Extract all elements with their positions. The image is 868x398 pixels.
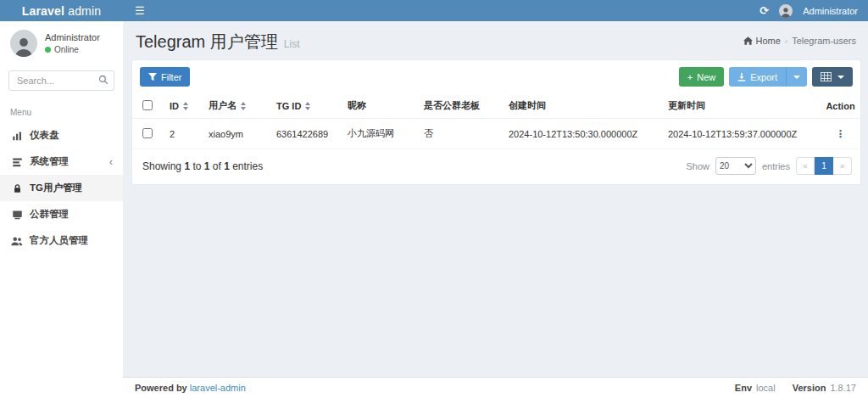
lock-icon [11, 183, 23, 193]
breadcrumb-current: Telegram-users [792, 36, 856, 46]
caret-down-icon [793, 76, 800, 79]
sidebar-toggle-icon[interactable]: ☰ [123, 0, 157, 21]
filter-button[interactable]: Filter [140, 67, 190, 87]
cell-id: 2 [164, 119, 203, 149]
row-checkbox[interactable] [142, 128, 153, 138]
pagination-next[interactable]: » [833, 157, 852, 175]
toolbar-right: + New Export [679, 67, 853, 87]
users-icon [11, 236, 23, 246]
env-value: local [756, 383, 776, 393]
new-button-label: New [697, 72, 715, 82]
footer-right: Env local Version 1.8.17 [735, 383, 856, 393]
row-actions-menu-icon[interactable]: ⋮ [836, 128, 846, 140]
table-header-row: ID 用户名 TG ID 昵称 是否公群老板 创建时间 更新时间 Action [132, 93, 860, 119]
env-label: Env [735, 383, 752, 393]
user-avatar[interactable] [779, 4, 793, 18]
sidebar-menu: 仪表盘 系统管理 ‹ TG用户管理 [0, 122, 123, 254]
column-header-action: Action [821, 93, 860, 119]
online-status-dot [45, 47, 51, 53]
export-button-label: Export [750, 72, 777, 82]
refresh-icon[interactable]: ⟳ [760, 4, 769, 17]
column-header-id: ID [170, 101, 179, 111]
sort-icon[interactable] [241, 102, 246, 110]
breadcrumb-separator: › [785, 36, 787, 46]
person-icon [780, 6, 792, 18]
sidebar-item-label: 公群管理 [30, 208, 69, 221]
cell-nickname: 小九源码网 [342, 119, 419, 149]
pagination: « 1 » [796, 157, 852, 175]
menu-header: Menu [0, 99, 123, 122]
pagination-prev[interactable]: « [796, 157, 815, 175]
cell-tgid: 6361422689 [271, 119, 342, 149]
version-label: Version [793, 383, 826, 393]
showing-entries-text: Showing 1 to 1 of 1 entries [142, 160, 263, 172]
chevron-left-icon: ‹ [109, 156, 114, 168]
page-footer: Powered by laravel-admin Env local Versi… [123, 377, 868, 398]
new-button[interactable]: + New [679, 67, 724, 87]
logo-bold: Laravel [22, 4, 64, 18]
version-value: 1.8.17 [830, 383, 856, 393]
sort-icon[interactable] [305, 102, 310, 110]
sidebar-user-meta: Administrator Online [45, 32, 100, 54]
home-icon [743, 36, 753, 45]
tasks-icon [11, 157, 23, 167]
page-title: Telegram 用户管理 [136, 32, 278, 51]
top-navbar: Laraveladmin ☰ ⟳ Administrator [0, 0, 868, 21]
per-page-select[interactable]: 20 [715, 157, 756, 175]
powered-by: Powered by laravel-admin [135, 383, 246, 393]
content-spacer [123, 185, 868, 377]
pagination-page-1[interactable]: 1 [815, 157, 833, 175]
sidebar-user-name: Administrator [45, 32, 100, 42]
sidebar-item-system[interactable]: 系统管理 ‹ [0, 149, 123, 175]
navbar-username[interactable]: Administrator [803, 6, 858, 16]
table-grid-icon [821, 72, 832, 81]
bar-chart-icon [11, 131, 23, 141]
breadcrumb-home[interactable]: Home [743, 36, 781, 46]
cell-boss: 否 [419, 119, 504, 149]
select-all-checkbox[interactable] [142, 100, 153, 110]
navbar-main: ☰ ⟳ Administrator [123, 0, 868, 21]
sidebar-user-status: Online [45, 45, 100, 54]
sidebar-search [8, 70, 114, 91]
column-header-username: 用户名 [209, 99, 236, 112]
sidebar-item-groups[interactable]: 公群管理 [0, 201, 123, 227]
grid-footer: Showing 1 to 1 of 1 entries Show 20 entr… [132, 149, 860, 184]
sidebar-item-tg-users[interactable]: TG用户管理 [0, 175, 123, 201]
sidebar-item-label: TG用户管理 [30, 182, 82, 194]
tv-icon [11, 210, 23, 220]
breadcrumb: Home › Telegram-users [743, 36, 857, 46]
table-row: 2 xiao9ym 6361422689 小九源码网 否 2024-10-12T… [132, 119, 860, 149]
plus-icon: + [687, 72, 693, 82]
sort-icon[interactable] [183, 102, 188, 110]
grid-box: Filter + New Export [131, 59, 861, 185]
app-logo[interactable]: Laraveladmin [0, 0, 123, 21]
sidebar-user-panel: Administrator Online [0, 21, 123, 64]
sidebar-item-dashboard[interactable]: 仪表盘 [0, 122, 123, 149]
content-header: Telegram 用户管理List Home › Telegram-users [123, 21, 868, 59]
export-split-button: Export [729, 67, 807, 87]
sidebar-item-label: 官方人员管理 [30, 234, 88, 247]
export-button[interactable]: Export [729, 67, 786, 87]
export-dropdown-toggle[interactable] [786, 67, 807, 87]
logo-light: admin [68, 4, 101, 18]
cell-updated: 2024-10-12T13:59:37.000000Z [663, 119, 821, 149]
download-icon [737, 73, 746, 81]
search-icon[interactable] [98, 75, 108, 85]
entries-label: entries [762, 161, 790, 171]
person-icon [13, 35, 35, 57]
navbar-right: ⟳ Administrator [760, 4, 868, 18]
online-status-label: Online [54, 45, 79, 54]
cell-created: 2024-10-12T13:50:30.000000Z [504, 119, 663, 149]
data-table: ID 用户名 TG ID 昵称 是否公群老板 创建时间 更新时间 Action [132, 93, 860, 149]
breadcrumb-home-label: Home [756, 36, 781, 46]
column-header-updated: 更新时间 [663, 93, 821, 119]
laravel-admin-link[interactable]: laravel-admin [190, 383, 246, 393]
show-label: Show [686, 161, 709, 171]
column-header-boss: 是否公群老板 [419, 93, 504, 119]
grid-toolbar: Filter + New Export [132, 60, 860, 93]
filter-button-label: Filter [161, 72, 181, 82]
sidebar-item-staff[interactable]: 官方人员管理 [0, 227, 123, 254]
sidebar-avatar [10, 30, 37, 57]
column-selector-button[interactable] [812, 67, 853, 87]
funnel-icon [148, 73, 157, 81]
